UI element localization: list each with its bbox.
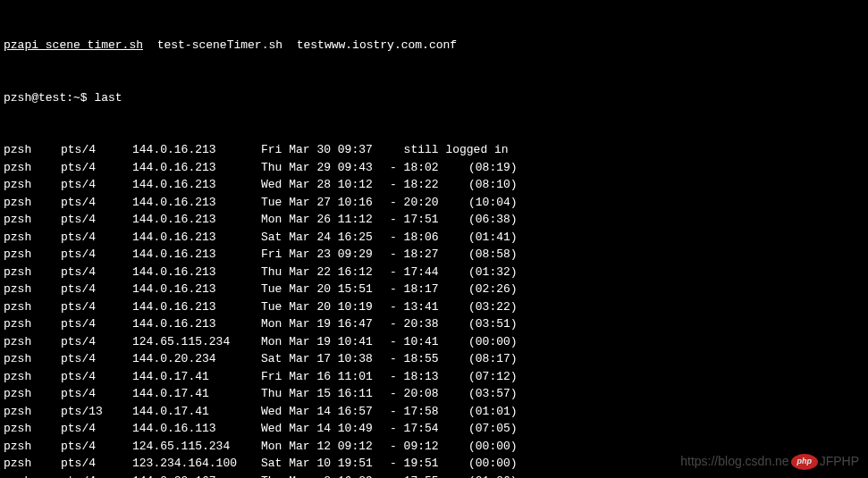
watermark-url-prefix: https://blog.csdn.ne (680, 452, 788, 471)
col-tty: pts/4 (61, 176, 132, 194)
col-ip: 144.0.20.234 (132, 350, 261, 368)
col-duration: (06:38) (468, 211, 540, 229)
col-tty: pts/4 (61, 438, 132, 456)
col-user: pzsh (4, 298, 61, 316)
col-tty: pts/4 (61, 315, 132, 333)
col-logout-time: - 17:58 (390, 403, 468, 421)
login-record-row: pzshpts/4144.0.17.41Fri Mar 16 11:01- 18… (4, 368, 864, 386)
col-login-time: Thu Mar 8 16:29 (261, 473, 390, 479)
col-ip: 124.65.115.234 (132, 438, 261, 456)
col-duration: (07:12) (468, 368, 540, 386)
col-duration: (10:04) (468, 194, 540, 212)
login-record-row: pzshpts/4144.0.16.213Mon Mar 26 11:12- 1… (4, 211, 864, 229)
col-user: pzsh (4, 333, 61, 351)
col-login-time: Mon Mar 12 09:12 (261, 438, 390, 456)
login-record-row: pzshpts/4124.65.115.234Mon Mar 19 10:41-… (4, 333, 864, 351)
login-record-row: pzshpts/4144.0.16.213Mon Mar 19 16:47- 2… (4, 315, 864, 333)
col-status-still-logged-in: still logged in (390, 141, 551, 159)
col-user: pzsh (4, 229, 61, 247)
col-logout-time: - 18:13 (390, 368, 468, 386)
col-tty: pts/4 (61, 246, 132, 264)
col-logout-time: - 18:55 (390, 350, 468, 368)
col-duration: (03:57) (468, 385, 540, 403)
col-login-time: Thu Mar 15 16:11 (261, 385, 390, 403)
col-ip: 124.65.115.234 (132, 333, 261, 351)
col-login-time: Wed Mar 28 10:12 (261, 176, 390, 194)
login-record-row: pzshpts/4144.0.16.213Fri Mar 30 09:37 st… (4, 141, 864, 159)
col-user: pzsh (4, 385, 61, 403)
col-duration: (03:22) (468, 298, 540, 316)
col-tty: pts/4 (61, 281, 132, 298)
col-logout-time: - 09:12 (390, 438, 468, 456)
col-logout-time: - 13:41 (390, 298, 468, 316)
last-output-rows: pzshpts/4144.0.16.213Fri Mar 30 09:37 st… (4, 141, 864, 478)
login-record-row: pzshpts/4144.0.16.213Wed Mar 28 10:12- 1… (4, 176, 864, 194)
col-duration: (07:05) (468, 420, 540, 438)
watermark: https://blog.csdn.ne php JFPHP (680, 452, 859, 471)
col-login-time: Sat Mar 10 19:51 (261, 455, 390, 473)
col-login-time: Tue Mar 20 10:19 (261, 298, 390, 316)
col-user: pzsh (4, 438, 61, 456)
col-logout-time: - 18:17 (390, 281, 468, 298)
col-tty: pts/4 (61, 350, 132, 368)
file-name: testwww.iostry.com.conf (297, 38, 457, 52)
col-duration: (08:58) (468, 246, 540, 264)
col-user: pzsh (4, 350, 61, 368)
col-ip: 144.0.17.41 (132, 385, 261, 403)
col-tty: pts/4 (61, 229, 132, 247)
col-ip: 144.0.20.167 (132, 473, 261, 479)
col-tty: pts/4 (61, 473, 132, 479)
col-user: pzsh (4, 246, 61, 264)
col-logout-time: - 17:55 (390, 473, 468, 479)
col-tty: pts/4 (61, 298, 132, 316)
col-login-time: Wed Mar 14 10:49 (261, 420, 390, 438)
col-tty: pts/4 (61, 141, 132, 159)
col-user: pzsh (4, 264, 61, 281)
col-logout-time: - 10:41 (390, 333, 468, 351)
col-ip: 144.0.16.213 (132, 211, 261, 229)
shell-prompt: pzsh@test:~$ last (4, 89, 864, 107)
login-record-row: pzshpts/4144.0.16.213Tue Mar 27 10:16- 2… (4, 194, 864, 212)
col-tty: pts/13 (61, 403, 132, 421)
prompt-text: pzsh@test:~$ last (4, 91, 122, 105)
col-duration: (01:32) (468, 264, 540, 281)
col-logout-time: - 18:27 (390, 246, 468, 264)
col-logout-time: - 18:22 (390, 176, 468, 194)
col-ip: 144.0.16.113 (132, 420, 261, 438)
col-duration: (03:51) (468, 315, 540, 333)
col-user: pzsh (4, 315, 61, 333)
col-user: pzsh (4, 194, 61, 212)
login-record-row: pzshpts/4144.0.16.213Tue Mar 20 15:51- 1… (4, 281, 864, 298)
col-ip: 144.0.17.41 (132, 368, 261, 386)
col-duration: (00:00) (468, 333, 540, 351)
col-user: pzsh (4, 368, 61, 386)
col-ip: 144.0.16.213 (132, 246, 261, 264)
col-logout-time: - 19:51 (390, 455, 468, 473)
col-user: pzsh (4, 159, 61, 177)
col-logout-time: - 20:20 (390, 194, 468, 212)
col-tty: pts/4 (61, 368, 132, 386)
col-logout-time: - 20:38 (390, 315, 468, 333)
login-record-row: pzshpts/13144.0.17.41Wed Mar 14 16:57- 1… (4, 403, 864, 421)
col-login-time: Fri Mar 23 09:29 (261, 246, 390, 264)
col-login-time: Wed Mar 14 16:57 (261, 403, 390, 421)
col-duration: (08:19) (468, 159, 540, 177)
file-name: pzapi_scene_timer.sh (4, 38, 143, 52)
col-ip: 144.0.17.41 (132, 403, 261, 421)
col-login-time: Mon Mar 19 16:47 (261, 315, 390, 333)
col-logout-time: - 17:44 (390, 264, 468, 281)
col-login-time: Thu Mar 22 16:12 (261, 264, 390, 281)
col-ip: 144.0.16.213 (132, 298, 261, 316)
col-user: pzsh (4, 176, 61, 194)
col-login-time: Tue Mar 27 10:16 (261, 194, 390, 212)
col-user: pzsh (4, 473, 61, 479)
file-name: test-sceneTimer.sh (157, 38, 282, 52)
col-login-time: Sat Mar 24 16:25 (261, 229, 390, 247)
col-login-time: Thu Mar 29 09:43 (261, 159, 390, 177)
col-login-time: Fri Mar 16 11:01 (261, 368, 390, 386)
col-ip: 144.0.16.213 (132, 159, 261, 177)
col-logout-time: - 18:02 (390, 159, 468, 177)
col-ip: 144.0.16.213 (132, 194, 261, 212)
terminal-output[interactable]: pzapi_scene_timer.sh test-sceneTimer.sh … (4, 2, 864, 478)
col-logout-time: - 17:54 (390, 420, 468, 438)
